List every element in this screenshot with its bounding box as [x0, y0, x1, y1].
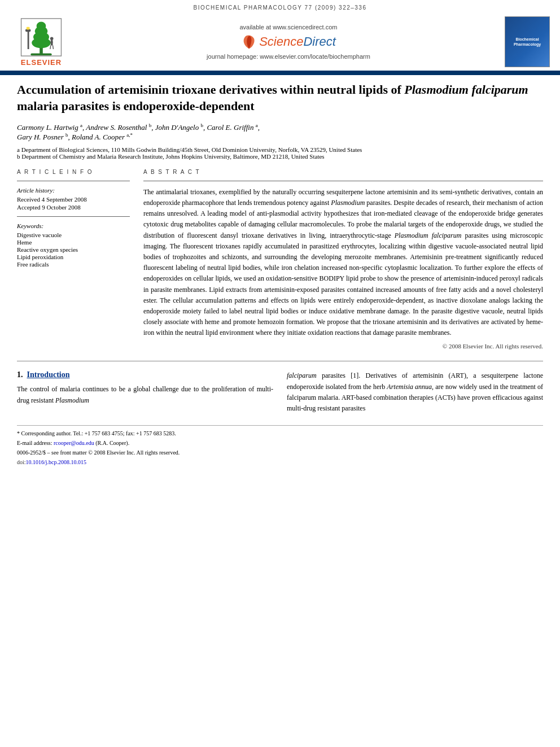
journal-citation: BIOCHEMICAL PHARMACOLOGY 77 (2009) 322–3… — [194, 5, 367, 11]
abstract-text: The antimalarial trioxanes, exemplified … — [143, 187, 543, 339]
intro-left: 1. Introduction The control of malaria c… — [17, 370, 273, 414]
affiliation-b: b Department of Chemistry and Malaria Re… — [17, 153, 543, 160]
email-link[interactable]: rcooper@odu.edu — [54, 440, 94, 446]
history-label: Article history: — [17, 187, 130, 194]
header-area: ELSEVIER available at www.sciencedirect.… — [0, 13, 560, 72]
article-info-label: A R T I C L E I N F O — [17, 169, 130, 175]
email-label: E-mail address: — [17, 440, 52, 446]
doi-label: doi: — [17, 459, 26, 465]
intro-right: falciparum parasites [1]. Derivatives of… — [287, 370, 543, 414]
divider-2 — [17, 216, 130, 217]
intro-right-text: falciparum parasites [1]. Derivatives of… — [287, 370, 543, 414]
svg-rect-6 — [28, 30, 29, 49]
email-line: E-mail address: rcooper@odu.edu (R.A. Co… — [17, 439, 543, 447]
two-column-section: A R T I C L E I N F O Article history: R… — [17, 169, 543, 350]
doi-link[interactable]: 10.1016/j.bcp.2008.10.015 — [26, 459, 87, 465]
journal-link: journal homepage: www.elsevier.com/locat… — [84, 53, 493, 60]
blue-bar-divider — [0, 72, 560, 75]
abstract-divider — [143, 181, 543, 181]
keyword-5: Free radicals — [17, 261, 130, 268]
received-date: Received 4 September 2008 — [17, 196, 130, 203]
svg-point-5 — [37, 21, 46, 30]
keyword-1: Digestive vacuole — [17, 231, 130, 238]
main-content: Accumulation of artemisinin trioxane der… — [0, 82, 560, 478]
journal-cover: Biochemical Pharmacology — [505, 16, 550, 67]
footnotes: * Corresponding author. Tel.: +1 757 683… — [17, 425, 543, 466]
article-title: Accumulation of artemisinin trioxane der… — [17, 82, 543, 114]
issn-line: 0006-2952/$ – see front matter © 2008 El… — [17, 448, 543, 457]
email-suffix: (R.A. Cooper). — [95, 440, 129, 446]
divider-1 — [17, 181, 130, 181]
abstract-label: A B S T R A C T — [143, 169, 543, 175]
svg-rect-8 — [27, 27, 30, 29]
sciencedirect-text: ScienceDirect — [259, 34, 336, 49]
keywords-label: Keywords: — [17, 222, 130, 229]
svg-line-12 — [50, 45, 51, 49]
abstract-column: A B S T R A C T The antimalarial trioxan… — [143, 169, 543, 350]
copyright: © 2008 Elsevier Inc. All rights reserved… — [143, 343, 543, 350]
svg-rect-1 — [30, 53, 51, 55]
bottom-divider — [17, 361, 543, 361]
affiliations: a Department of Biological Sciences, 110… — [17, 146, 543, 160]
elsevier-tree-icon — [19, 18, 64, 57]
sciencedirect-logo: ScienceDirect — [84, 34, 493, 50]
intro-left-text: The control of malaria continues to be a… — [17, 384, 273, 405]
authors: Carmony L. Hartwig a, Andrew S. Rosentha… — [17, 122, 543, 142]
keyword-3: Reactive oxygen species — [17, 246, 130, 253]
svg-rect-10 — [51, 40, 53, 45]
journal-bar: BIOCHEMICAL PHARMACOLOGY 77 (2009) 322–3… — [0, 0, 560, 13]
accepted-date: Accepted 9 October 2008 — [17, 204, 130, 211]
intro-number: 1. Introduction — [17, 370, 273, 379]
elsevier-label: ELSEVIER — [21, 58, 62, 67]
affiliation-a: a Department of Biological Sciences, 110… — [17, 146, 543, 153]
elsevier-logo: ELSEVIER — [10, 18, 72, 67]
intro-title: Introduction — [27, 370, 70, 379]
introduction-section: 1. Introduction The control of malaria c… — [17, 370, 543, 414]
svg-line-13 — [53, 45, 54, 49]
available-text: available at www.sciencedirect.com — [84, 24, 493, 30]
center-header: available at www.sciencedirect.com Scien… — [72, 24, 505, 60]
doi-line: doi:10.1016/j.bcp.2008.10.015 — [17, 458, 543, 466]
svg-point-9 — [50, 37, 54, 40]
article-info-column: A R T I C L E I N F O Article history: R… — [17, 169, 130, 350]
page: BIOCHEMICAL PHARMACOLOGY 77 (2009) 322–3… — [0, 0, 560, 747]
journal-cover-title: Biochemical Pharmacology — [514, 37, 541, 47]
keyword-4: Lipid peroxidation — [17, 254, 130, 260]
sciencedirect-leaf-icon — [241, 34, 257, 50]
keyword-2: Heme — [17, 239, 130, 246]
corresponding-author: * Corresponding author. Tel.: +1 757 683… — [17, 429, 543, 438]
